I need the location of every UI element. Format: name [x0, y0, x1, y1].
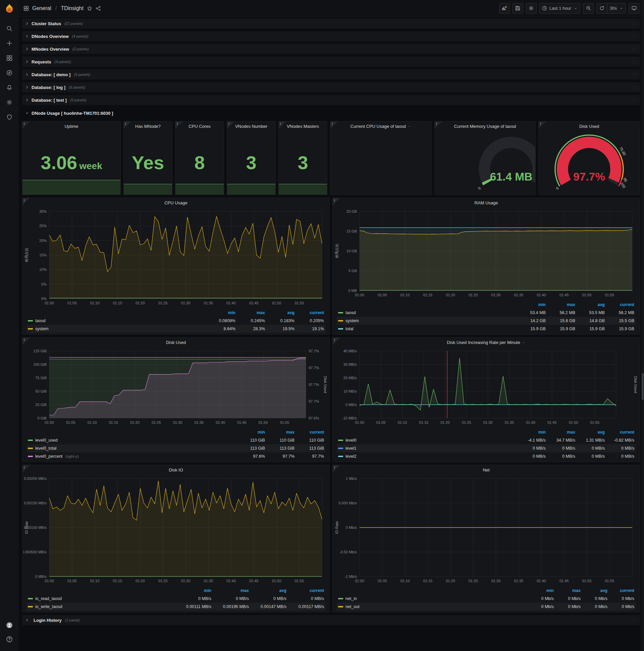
sidebar-item-server-admin[interactable] — [3, 110, 16, 124]
row-title: Database: [ test ] — [32, 98, 67, 103]
panel-title[interactable]: RAM Usage — [333, 198, 640, 207]
panel-title[interactable]: Current Memory Usage of taosd — [435, 122, 536, 131]
info-corner-icon[interactable]: i — [435, 122, 442, 129]
scrollbar-thumb[interactable] — [642, 373, 644, 400]
chart-plot-area[interactable]: 01:0001:0501:1001:1501:2001:2501:3001:35… — [23, 475, 327, 586]
sidebar-item-alerting[interactable] — [3, 81, 16, 95]
legend-series-toggle[interactable]: io_write_taosd — [28, 604, 174, 609]
x-tick-label: 01:55 — [294, 301, 304, 305]
legend-series-toggle[interactable]: net_out — [338, 604, 527, 609]
row-login-history[interactable]: Login History (1 panel) ⋮⋮ — [22, 615, 640, 625]
drag-handle-icon[interactable]: ⋮⋮ — [631, 98, 637, 102]
sidebar-item-help[interactable] — [3, 632, 16, 646]
info-corner-icon[interactable]: i — [330, 122, 338, 129]
legend-series-toggle[interactable]: level1 — [338, 446, 516, 451]
info-corner-icon[interactable]: i — [279, 122, 286, 129]
grafana-logo[interactable] — [3, 3, 16, 16]
gear-button[interactable] — [526, 3, 537, 14]
legend-series-toggle[interactable]: level0_percent(right-y) — [28, 454, 235, 459]
chart-plot-area[interactable]: 01:0001:0501:1001:1501:2001:2501:3001:35… — [23, 208, 327, 308]
scrollbar-track[interactable] — [641, 0, 644, 651]
legend-series-toggle[interactable]: level2 — [338, 454, 516, 459]
monitor-button[interactable] — [629, 3, 639, 14]
dashboard-row[interactable]: Database: [ log ](5 panels)⋮⋮ — [22, 82, 640, 92]
panel-title[interactable]: CPU Usage — [23, 198, 329, 207]
info-corner-icon[interactable]: i — [175, 122, 183, 129]
legend-series-toggle[interactable]: taosd — [338, 310, 516, 315]
sidebar-item-explore[interactable] — [3, 66, 16, 80]
sidebar-item-create[interactable] — [3, 36, 16, 50]
time-range-picker[interactable]: Last 1 hour — [539, 3, 580, 14]
dashboard-row[interactable]: Database: [ test ](5 panels)⋮⋮ — [22, 95, 640, 105]
dashboard-row[interactable]: Database: [ demo ](5 panels)⋮⋮ — [22, 69, 640, 80]
legend-series-toggle[interactable]: level0 — [338, 438, 516, 443]
info-corner-icon[interactable]: i — [333, 198, 340, 205]
info-corner-icon[interactable]: i — [124, 122, 131, 129]
dashboard-row[interactable]: Cluster Status(21 panels)⋮⋮ — [22, 19, 640, 29]
y-tick-label: 10 GB — [347, 249, 357, 253]
legend-series-toggle[interactable]: system — [338, 318, 516, 323]
panel-title[interactable]: Disk Used — [23, 338, 329, 347]
chart-plot-area[interactable]: 01:0001:0501:1001:1501:2001:2501:3001:35… — [333, 348, 638, 428]
row-dnode-usage[interactable]: DNode Usage [ huolinhe-TM1701:6030 ] — [22, 108, 640, 119]
dashboard-row[interactable]: Requests(4 panels)⋮⋮ — [22, 57, 640, 67]
chart-plot-area[interactable]: 01:0001:0501:1001:1501:2001:2501:3001:35… — [23, 348, 327, 428]
legend-series-toggle[interactable]: io_read_taosd — [28, 596, 174, 601]
dashboard-row[interactable]: MNodes Overview(2 panels)⋮⋮ — [22, 44, 640, 54]
share-icon[interactable] — [96, 6, 101, 11]
legend-series-name: level1 — [346, 446, 357, 451]
series-color-dash-icon — [338, 312, 343, 313]
drag-handle-icon[interactable]: ⋮⋮ — [631, 72, 637, 77]
drag-handle-icon[interactable]: ⋮⋮ — [631, 85, 637, 90]
x-tick-label: 01:20 — [446, 293, 455, 297]
legend-series-toggle[interactable]: taosd — [28, 318, 206, 323]
legend-series-toggle[interactable]: net_in — [338, 596, 527, 601]
panel-add-button[interactable] — [499, 3, 510, 14]
drag-handle-icon[interactable]: ⋮⋮ — [631, 22, 637, 26]
drag-handle-icon[interactable]: ⋮⋮ — [631, 34, 637, 39]
refresh-button[interactable] — [597, 3, 607, 14]
info-corner-icon[interactable]: i — [23, 122, 30, 129]
star-icon[interactable] — [87, 6, 92, 11]
sidebar-item-dashboards[interactable] — [3, 51, 16, 65]
panel-title[interactable]: Disk Used — [539, 122, 640, 131]
legend-series-toggle[interactable]: system — [28, 327, 206, 331]
legend-header: max — [265, 430, 294, 435]
refresh-interval-picker[interactable]: 30s — [607, 3, 626, 14]
breadcrumb-page[interactable]: TDinsight — [61, 5, 84, 11]
panel-title[interactable]: Current CPU Usage of taosd — [330, 122, 431, 131]
legend-series-toggle[interactable]: level0_total — [28, 446, 235, 451]
sidebar-item-configuration[interactable] — [3, 95, 16, 110]
chart-plot-area[interactable]: 01:0001:0501:1001:1501:2001:2501:3001:35… — [333, 475, 638, 586]
legend-series-toggle[interactable]: total — [338, 327, 516, 331]
legend-series-name: level0_total — [35, 446, 56, 451]
info-corner-icon[interactable]: i — [23, 338, 30, 345]
legend-series-toggle[interactable]: level0_used — [28, 438, 235, 443]
breadcrumb-section[interactable]: General — [32, 5, 51, 11]
chart-plot-area[interactable]: 01:0001:0501:1001:1501:2001:2501:3001:35… — [333, 208, 638, 300]
legend-row: level20 MB/s0 MB/s0 MB/s0 MB/s — [337, 452, 636, 460]
info-corner-icon[interactable]: i — [23, 465, 30, 472]
legend-header: current — [605, 430, 634, 435]
sidebar-item-search[interactable] — [3, 22, 16, 36]
legend-row: system8.64%28.3%19.5%19.1% — [27, 325, 325, 333]
gauge-chart: 01589661.4 MB — [435, 131, 536, 195]
dashboard-row[interactable]: DNodes Overview(4 panels)⋮⋮ — [22, 31, 640, 41]
panel-title[interactable]: Uptime — [23, 122, 121, 131]
x-tick-label: 01:00 — [355, 421, 364, 425]
panel-title[interactable]: Disk IO — [23, 465, 329, 474]
info-corner-icon[interactable]: i — [539, 122, 546, 129]
series-color-dash-icon — [338, 456, 343, 457]
save-button[interactable] — [513, 3, 523, 14]
info-corner-icon[interactable]: i — [227, 122, 234, 129]
panel-title[interactable]: Disk Used Increasing Rate per Minute — [333, 338, 640, 347]
drag-handle-icon[interactable]: ⋮⋮ — [631, 618, 637, 622]
drag-handle-icon[interactable]: ⋮⋮ — [631, 60, 637, 64]
info-corner-icon[interactable]: i — [333, 338, 340, 345]
info-corner-icon[interactable]: i — [333, 465, 340, 472]
panel-title[interactable]: Net — [333, 465, 640, 474]
drag-handle-icon[interactable]: ⋮⋮ — [631, 47, 637, 51]
sidebar-item-profile[interactable] — [3, 618, 16, 632]
info-corner-icon[interactable]: i — [23, 198, 30, 205]
zoom-out-button[interactable] — [583, 3, 594, 14]
